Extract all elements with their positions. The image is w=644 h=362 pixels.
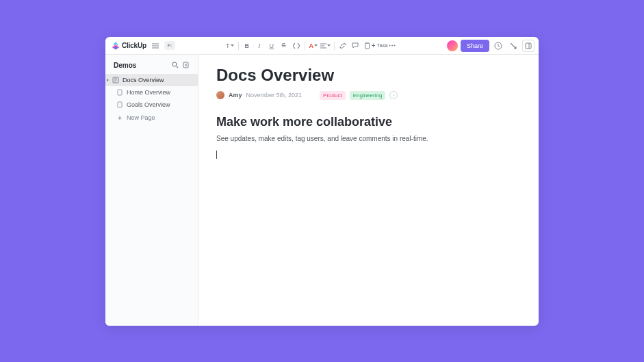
add-page-icon[interactable] [181,60,191,70]
sidebar-header: Demos [105,55,198,74]
sidebar-item-docs-overview[interactable]: Docs Overview [105,74,198,86]
doc-meta: Amy November 5th, 2021 Product Engineeri… [216,91,521,100]
sidebar-item-goals-overview[interactable]: Goals Overview [105,99,198,111]
chevron-down-icon [327,44,331,47]
author-avatar[interactable] [216,91,224,99]
svg-point-4 [394,45,395,47]
sidebar-new-page[interactable]: + New Page [105,111,198,125]
page-icon [116,89,123,96]
clickup-logo-icon [111,41,120,51]
add-tag-button[interactable]: › [389,91,398,99]
svg-rect-11 [118,102,122,107]
align-dropdown[interactable] [320,40,331,51]
topbar: ClickUp Fᵢ T B I U S A [105,37,539,55]
strikethrough-button[interactable]: S [279,40,289,51]
comment-button[interactable] [350,40,361,51]
plus-icon: + [116,114,123,122]
sidebar-item-label: Goals Overview [127,101,170,108]
topbar-right: Share [447,40,534,52]
doc-icon [112,77,119,83]
share-button[interactable]: Share [461,40,489,52]
doc-paragraph[interactable]: See updates, make edits, tag users, and … [216,133,521,144]
svg-point-7 [172,62,177,66]
svg-rect-10 [118,90,122,95]
author-name: Amy [229,92,242,99]
link-button[interactable] [337,40,348,51]
sidebar-item-label: New Page [127,114,155,121]
page-icon [116,101,123,108]
sidebar: Demos Docs Overview Home Overview [105,55,198,326]
sidebar-item-home-overview[interactable]: Home Overview [105,86,198,99]
panel-toggle-icon[interactable] [522,40,534,52]
underline-button[interactable]: U [266,40,277,51]
history-icon[interactable] [492,40,504,52]
more-button[interactable] [387,40,398,51]
sidebar-title: Demos [114,62,136,69]
doc-date: November 5th, 2021 [246,92,302,99]
text-style-dropdown[interactable]: T [224,40,235,51]
task-button[interactable]: +Task [374,40,385,51]
page-title[interactable]: Docs Overview [216,66,521,86]
bold-button[interactable]: B [242,40,253,51]
main-area: Demos Docs Overview Home Overview [105,55,539,326]
svg-rect-1 [365,43,370,49]
svg-rect-8 [183,62,188,68]
hamburger-icon[interactable] [149,40,162,52]
logo-text: ClickUp [122,42,146,49]
user-avatar[interactable] [447,40,458,51]
italic-button[interactable]: I [254,40,265,51]
search-icon[interactable] [170,60,180,70]
sidebar-item-label: Home Overview [127,89,170,96]
mode-pill[interactable]: Fᵢ [164,41,175,50]
app-window: ClickUp Fᵢ T B I U S A [105,37,539,326]
tag-engineering[interactable]: Engineering [350,91,386,100]
document-body[interactable]: Docs Overview Amy November 5th, 2021 Pro… [198,55,539,326]
logo[interactable]: ClickUp [110,41,146,51]
doc-heading[interactable]: Make work more collaborative [216,115,521,129]
svg-rect-6 [526,43,531,49]
sidebar-item-label: Docs Overview [123,77,164,83]
expand-icon[interactable] [507,40,519,52]
svg-text:S: S [282,42,286,49]
svg-point-2 [389,45,390,47]
svg-point-3 [391,45,393,47]
chevron-down-icon [231,44,234,47]
text-cursor [216,151,217,159]
tag-product[interactable]: Product [320,91,346,100]
chevron-down-icon [314,44,318,47]
text-color-dropdown[interactable]: A [308,40,319,51]
formatting-toolbar: T B I U S A [178,40,444,51]
code-button[interactable] [291,40,302,51]
caret-right-icon [107,79,109,81]
